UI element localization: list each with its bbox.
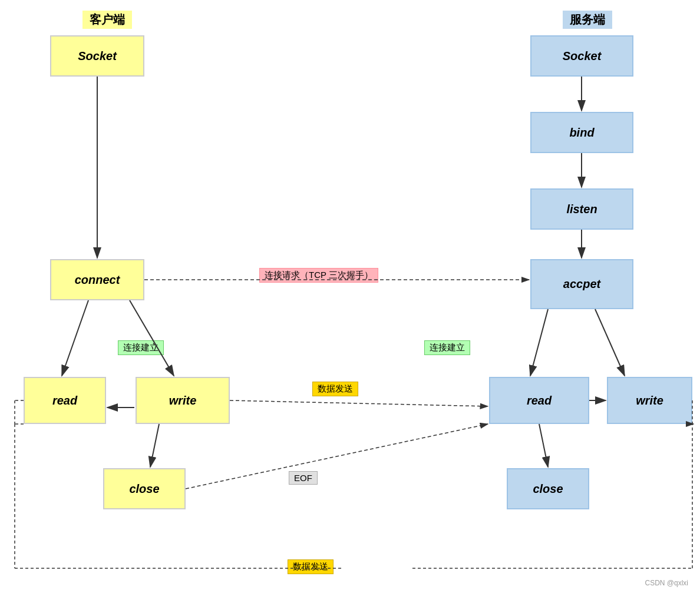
data-send-bottom-label: 数据发送 xyxy=(288,559,334,574)
connection-established-left-label: 连接建立 xyxy=(118,340,164,355)
svg-line-15 xyxy=(186,424,488,489)
eof-label: EOF xyxy=(289,471,318,485)
diagram-container: 客户端 服务端 Socket connect read write close … xyxy=(0,0,700,593)
connection-request-label: 连接请求（TCP 三次握手） xyxy=(259,268,378,283)
client-write-box: write xyxy=(136,377,230,424)
client-read-box: read xyxy=(24,377,106,424)
svg-line-8 xyxy=(62,300,88,376)
svg-line-9 xyxy=(530,309,548,376)
server-socket-box: Socket xyxy=(530,35,633,77)
client-socket-box: Socket xyxy=(50,35,144,77)
server-bind-box: bind xyxy=(530,112,633,153)
svg-line-10 xyxy=(595,309,625,376)
server-listen-box: listen xyxy=(530,188,633,230)
client-title: 客户端 xyxy=(82,11,132,29)
server-write-box: write xyxy=(607,377,692,424)
server-accpet-box: accpet xyxy=(530,259,633,309)
client-close-box: close xyxy=(103,468,186,509)
client-connect-box: connect xyxy=(50,259,144,300)
svg-line-11 xyxy=(230,400,488,406)
svg-line-7 xyxy=(130,300,174,376)
svg-line-16 xyxy=(539,424,548,467)
data-send-middle-label: 数据发送 xyxy=(312,382,358,396)
server-read-box: read xyxy=(489,377,589,424)
watermark: CSDN @qxlxi xyxy=(645,579,688,587)
svg-line-14 xyxy=(150,424,159,467)
connection-established-right-label: 连接建立 xyxy=(424,340,470,355)
server-close-box: close xyxy=(507,468,589,509)
server-title: 服务端 xyxy=(563,11,612,29)
